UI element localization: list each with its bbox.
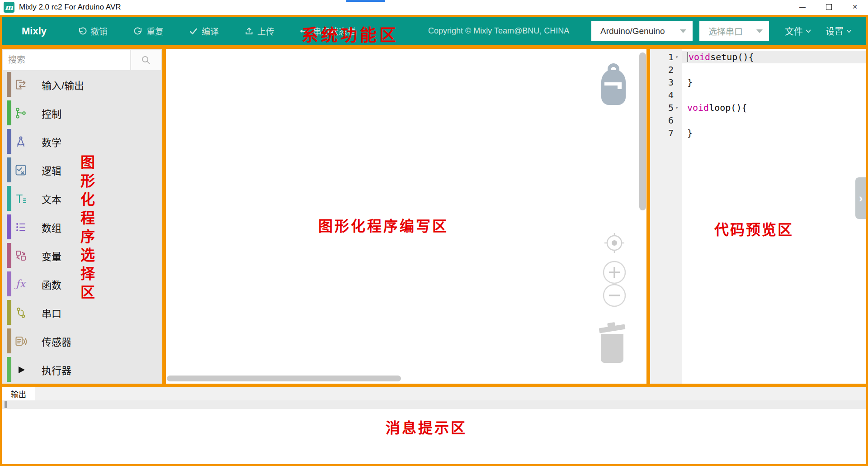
category-list: 输入/输出控制数学逻辑文本数组变量ƒx函数串口传感器执行器 [2, 70, 162, 384]
sidebar-item-3[interactable]: 数学 [2, 127, 162, 156]
toolbar-button-label: 上传 [257, 25, 274, 37]
menu-settings[interactable]: 设置 [826, 17, 852, 45]
code-text: void loop(){ [682, 101, 866, 114]
mixly-window: m Mixly 2.0 rc2 For Arduino AVR — ✕ Mixl… [0, 0, 868, 466]
port-select[interactable]: 选择串口 [699, 21, 769, 41]
close-icon[interactable]: ✕ [842, 0, 868, 14]
line-number: 3 [650, 76, 682, 89]
zoom-out-icon[interactable] [601, 282, 627, 309]
category-label: 传感器 [42, 334, 71, 348]
tab-output[interactable]: 输出 [2, 387, 35, 400]
sidebar-item-7[interactable]: 变量 [2, 241, 162, 270]
serialport-icon [14, 305, 28, 319]
toolbar-button-1[interactable]: 撤销 [78, 17, 108, 45]
board-select-value: Arduino/Genuino [600, 26, 665, 36]
category-label: 数学 [42, 134, 61, 149]
category-color-strip [7, 271, 11, 296]
code-text [682, 63, 866, 76]
maximize-icon[interactable] [816, 0, 842, 14]
output-cursor [5, 401, 7, 408]
line-number: 1▾ [650, 51, 682, 63]
variable-icon [14, 248, 28, 262]
array-icon [14, 220, 28, 234]
horizontal-scrollbar[interactable] [167, 376, 401, 381]
sidebar-item-2[interactable]: 控制 [2, 99, 162, 127]
search-button[interactable] [131, 50, 161, 70]
code-line-3: 3} [650, 76, 866, 89]
category-label: 数组 [42, 220, 61, 234]
sidebar-item-10[interactable]: 传感器 [2, 327, 162, 355]
minimize-icon[interactable]: — [789, 0, 816, 14]
sidebar-item-6[interactable]: 数组 [2, 213, 162, 241]
code-preview-panel: 1▾void setup(){23}45▾void loop(){67} › [648, 47, 868, 385]
sidebar-item-8[interactable]: ƒx函数 [2, 270, 162, 298]
chevron-down-icon [680, 29, 686, 33]
panel-expander-tab[interactable]: › [855, 177, 866, 219]
upload-icon [245, 27, 254, 36]
mixly-brand[interactable]: Mixly [22, 17, 47, 45]
math-icon [14, 134, 28, 148]
code-line-4: 4 [650, 89, 866, 101]
menu-settings-label: 设置 [826, 24, 844, 38]
blockly-canvas[interactable] [164, 47, 648, 385]
code-line-5: 5▾void loop(){ [650, 101, 866, 114]
line-number: 2 [650, 63, 682, 76]
category-color-strip [7, 100, 11, 125]
search-input[interactable] [3, 50, 130, 70]
menu-file[interactable]: 文件 [785, 17, 811, 45]
code-line-6: 6 [650, 114, 866, 127]
sidebar-item-1[interactable]: 输入/输出 [2, 70, 162, 99]
output-tabbar: 输出 [2, 387, 866, 400]
sidebar-item-5[interactable]: 文本 [2, 184, 162, 213]
control-icon [14, 106, 28, 120]
line-number: 5▾ [650, 101, 682, 114]
window-title: Mixly 2.0 rc2 For Arduino AVR [19, 0, 121, 15]
category-color-strip [7, 357, 11, 382]
vertical-scrollbar[interactable] [639, 52, 646, 210]
sensor-icon [14, 334, 28, 348]
code-line-7: 7} [650, 127, 866, 139]
category-label: 函数 [42, 277, 61, 291]
code-text: } [682, 76, 866, 89]
fold-arrow-icon[interactable]: ▾ [674, 54, 680, 60]
board-select[interactable]: Arduino/Genuino [591, 21, 693, 41]
zoom-in-icon[interactable] [601, 259, 627, 285]
toolbar-button-3[interactable]: 编译 [189, 17, 219, 45]
sidebar-item-9[interactable]: 串口 [2, 298, 162, 327]
output-line [2, 400, 866, 409]
toolbar-button-label: 编译 [202, 25, 219, 37]
code-text [682, 89, 866, 101]
io-icon [14, 77, 28, 91]
chevron-right-icon: › [859, 191, 863, 205]
backpack-icon[interactable] [597, 62, 630, 105]
toolbar-button-5[interactable]: 串口状态栏 [299, 17, 356, 45]
toolbar-button-2[interactable]: 重复 [134, 17, 164, 45]
fold-arrow-icon[interactable]: ▾ [674, 105, 680, 111]
actuator-icon [14, 362, 28, 376]
undo-icon [78, 27, 87, 36]
sidebar-item-11[interactable]: 执行器 [2, 355, 162, 384]
window-controls: — ✕ [789, 0, 868, 14]
toolbar-button-label: 撤销 [90, 25, 108, 37]
category-color-strip [7, 186, 11, 211]
center-view-icon[interactable] [602, 231, 627, 255]
line-number: 7 [650, 127, 682, 139]
toolbar-button-label: 重复 [146, 25, 164, 37]
category-color-strip [7, 157, 11, 182]
code-text: } [682, 127, 866, 139]
code-lines: 1▾void setup(){23}45▾void loop(){67} [650, 51, 866, 139]
mixly-logo-icon: m [4, 2, 14, 13]
search-icon [141, 55, 151, 65]
code-line-2: 2 [650, 63, 866, 76]
chevron-down-icon [806, 29, 811, 33]
sidebar-item-4[interactable]: 逻辑 [2, 156, 162, 184]
toolbar-button-4[interactable]: 上传 [245, 17, 274, 45]
category-label: 文本 [42, 191, 61, 206]
redo-icon [134, 27, 143, 36]
category-label: 执行器 [42, 362, 71, 377]
category-label: 串口 [42, 305, 61, 320]
chevron-down-icon [846, 29, 852, 33]
top-accent-bar [346, 0, 385, 2]
trash-icon[interactable] [597, 320, 627, 364]
category-label: 逻辑 [42, 163, 61, 177]
